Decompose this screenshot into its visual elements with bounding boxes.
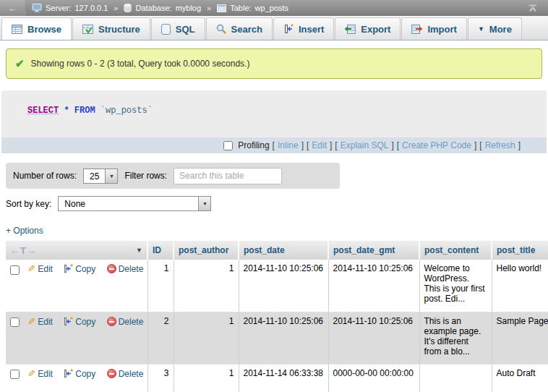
options-toggle-link[interactable]: + Options	[6, 226, 43, 236]
breadcrumb-bar: ← Server: 127.0.0.1 » Database: myblog »…	[0, 0, 548, 16]
copy-icon	[64, 264, 73, 273]
server-value-link[interactable]: 127.0.0.1	[74, 4, 108, 12]
cell-post-title: Hello world!	[492, 260, 548, 312]
copy-row-link[interactable]: Copy	[64, 369, 95, 379]
refresh-link[interactable]: Refresh	[485, 140, 515, 150]
edit-row-link[interactable]: ✎Edit	[27, 264, 53, 274]
bracket: [	[397, 140, 399, 150]
create-php-code-link[interactable]: Create PHP Code	[402, 140, 471, 150]
profiling-label: Profiling	[238, 140, 269, 150]
copy-row-link[interactable]: Copy	[64, 264, 95, 274]
cell-post-date: 2014-11-10 10:25:06	[239, 260, 328, 312]
sql-page-icon	[161, 24, 171, 35]
column-header-post-date[interactable]: post_date	[239, 241, 328, 260]
results-table: ←T→ ▼ ID post_author post_date post_date…	[6, 241, 548, 392]
tab-browse[interactable]: Browse	[1, 17, 72, 40]
browse-table-icon	[12, 25, 22, 34]
cell-post-author: 1	[174, 312, 239, 364]
status-text: Showing rows 0 - 2 (3 total, Query took …	[31, 59, 250, 69]
bracket: ]	[391, 140, 393, 150]
pencil-icon: ✎	[27, 316, 35, 327]
export-icon	[345, 25, 356, 34]
server-label: Server:	[46, 4, 71, 12]
breadcrumb-separator: »	[114, 4, 118, 12]
sql-keyword-from: FROM	[74, 106, 95, 116]
sql-query: SELECT * FROM `wp_posts`	[1, 90, 547, 137]
cell-post-content: Welcome to WordPress. This is your first…	[419, 260, 492, 312]
copy-row-link[interactable]: Copy	[64, 317, 95, 327]
database-value-link[interactable]: myblog	[176, 4, 201, 12]
cell-post-author: 1	[174, 364, 239, 392]
column-header-post-date-gmt[interactable]: post_date_gmt	[328, 241, 419, 260]
row-select-checkbox[interactable]	[10, 318, 20, 327]
filter-rows-input[interactable]	[174, 168, 282, 184]
database-icon	[124, 4, 132, 12]
rows-count-select[interactable]: 25 ▼	[83, 169, 118, 184]
table-icon	[217, 4, 226, 12]
tab-label: Insert	[299, 24, 324, 35]
delete-icon	[107, 369, 116, 378]
tab-search[interactable]: Search	[206, 17, 273, 40]
pencil-icon: ✎	[27, 368, 35, 379]
cell-id: 1	[147, 260, 174, 312]
cell-id: 2	[147, 312, 174, 364]
tab-sql[interactable]: SQL	[151, 17, 205, 40]
tab-label: More	[489, 24, 512, 35]
with-selected-icon[interactable]: ▼	[136, 247, 142, 254]
edit-query-link[interactable]: Edit	[312, 140, 327, 150]
sql-star: *	[64, 106, 69, 116]
explain-sql-link[interactable]: Explain SQL	[341, 140, 389, 150]
profiling-checkbox[interactable]	[223, 141, 233, 150]
cell-post-date-gmt: 2014-11-10 10:25:06	[328, 260, 419, 312]
cell-post-date: 2014-11-14 06:33:38	[239, 364, 328, 392]
delete-row-link[interactable]: Delete	[107, 264, 144, 274]
bracket: [	[273, 140, 275, 150]
sort-row: Sort by key: None ▼	[6, 196, 548, 211]
breadcrumb: Server: 127.0.0.1 » Database: myblog » T…	[32, 4, 288, 12]
rows-filter-bar: Number of rows: 25 ▼ Filter rows:	[6, 163, 340, 189]
row-select-checkbox[interactable]	[10, 265, 20, 275]
tab-export[interactable]: Export	[335, 17, 401, 40]
server-icon	[32, 4, 42, 12]
database-label: Database:	[135, 4, 171, 12]
bracket: ]	[301, 140, 304, 150]
cell-post-title: Sample Page	[492, 312, 548, 364]
cell-post-content: This is an example page. It's different …	[419, 312, 492, 364]
column-nav-control[interactable]: ←T→	[10, 245, 37, 256]
tab-insert[interactable]: Insert	[273, 17, 334, 40]
column-header-post-title[interactable]: post_title	[492, 241, 548, 260]
profiling-bar: Profiling [ Inline ] [ Edit ] [ Explain …	[1, 137, 547, 153]
tab-label: Browse	[27, 24, 61, 35]
tab-more[interactable]: ▼ More	[468, 17, 522, 40]
collapse-top-icon[interactable]	[528, 4, 538, 12]
column-header-post-content[interactable]: post_content	[419, 241, 492, 260]
table-value-link[interactable]: wp_posts	[255, 4, 288, 12]
back-arrow-icon[interactable]: ←	[0, 0, 26, 16]
sql-keyword-select: SELECT	[27, 106, 59, 116]
sort-key-value: None	[59, 197, 198, 210]
column-header-post-author[interactable]: post_author	[174, 241, 239, 260]
breadcrumb-separator: »	[207, 4, 211, 12]
rows-count-value: 25	[84, 169, 105, 183]
row-select-checkbox[interactable]	[10, 370, 20, 379]
edit-row-link[interactable]: ✎Edit	[27, 317, 53, 327]
delete-row-link[interactable]: Delete	[107, 369, 144, 379]
copy-icon	[64, 317, 73, 326]
cell-post-date: 2014-11-10 10:25:06	[239, 312, 328, 364]
tab-import[interactable]: Import	[401, 17, 466, 40]
tab-label: Export	[361, 24, 390, 35]
inline-link[interactable]: Inline	[278, 140, 299, 150]
cell-post-date-gmt: 2014-11-10 10:25:06	[328, 312, 419, 364]
cell-post-content	[419, 364, 492, 392]
tab-bar: Browse Structure SQL Search Insert	[0, 16, 548, 41]
tab-structure[interactable]: Structure	[72, 17, 150, 40]
bracket: [	[307, 140, 309, 150]
delete-row-link[interactable]: Delete	[107, 317, 144, 327]
edit-row-link[interactable]: ✎Edit	[27, 369, 53, 379]
sort-label: Sort by key:	[6, 199, 51, 209]
column-header-id[interactable]: ID	[147, 241, 174, 260]
sort-key-select[interactable]: None ▼	[58, 196, 211, 211]
filter-label: Filter rows:	[124, 171, 167, 181]
rows-label: Number of rows:	[13, 171, 77, 181]
table-label: Table:	[230, 4, 251, 12]
